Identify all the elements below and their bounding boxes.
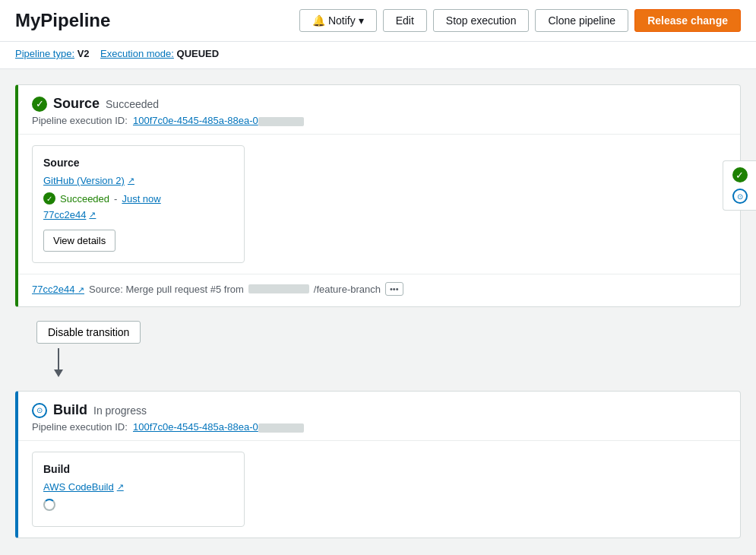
stage-build-name: Build xyxy=(53,402,87,418)
bell-icon: 🔔 xyxy=(312,14,325,27)
action-check-icon: ✓ xyxy=(43,192,55,205)
source-action-status-row: ✓ Succeeded - Just now xyxy=(43,192,233,205)
redacted-build-id xyxy=(258,423,304,433)
stage-source: ✓ Source Succeeded Pipeline execution ID… xyxy=(15,84,741,307)
redacted-id xyxy=(258,117,304,126)
main-content: ✓ Source Succeeded Pipeline execution ID… xyxy=(0,69,756,553)
disable-transition-button[interactable]: Disable transition xyxy=(36,321,141,344)
build-action-status-row xyxy=(43,499,233,511)
sidebar-in-progress-icon: ⊙ xyxy=(732,189,748,204)
action-status-text: Succeeded xyxy=(60,193,109,205)
build-external-icon: ↗ xyxy=(117,482,124,492)
action-time-link[interactable]: Just now xyxy=(122,193,160,205)
chevron-down-icon: ▾ xyxy=(359,14,364,27)
in-progress-icon: ⊙ xyxy=(32,403,47,418)
more-options-badge[interactable]: ••• xyxy=(385,282,403,296)
stage-source-status: Succeeded xyxy=(106,98,159,110)
edit-button[interactable]: Edit xyxy=(383,9,427,32)
header-actions: 🔔 Notify ▾ Edit Stop execution Clone pip… xyxy=(299,9,741,32)
succeeded-icon: ✓ xyxy=(32,97,47,112)
stop-execution-button[interactable]: Stop execution xyxy=(433,9,530,32)
sidebar-status-panel: ✓ ⊙ xyxy=(723,160,756,211)
source-action-title: Source xyxy=(43,157,233,169)
footer-commit-link[interactable]: 77cc2e44 ↗ xyxy=(32,284,84,295)
view-details-button[interactable]: View details xyxy=(43,230,115,252)
stage-build-status: In progress xyxy=(93,404,147,417)
build-provider-link[interactable]: AWS CodeBuild ↗ xyxy=(43,481,233,493)
clone-pipeline-button[interactable]: Clone pipeline xyxy=(535,9,628,32)
stage-build: ⊙ Build In progress Pipeline execution I… xyxy=(15,391,741,538)
notify-button[interactable]: 🔔 Notify ▾ xyxy=(299,9,377,32)
footer-external-icon: ↗ xyxy=(77,285,84,294)
source-action-card: Source GitHub (Version 2) ↗ ✓ Succeeded … xyxy=(32,145,245,263)
header: MyPipeline 🔔 Notify ▾ Edit Stop executio… xyxy=(0,0,756,42)
redacted-username xyxy=(248,284,309,293)
page-title: MyPipeline xyxy=(15,10,290,31)
build-exec-id-link[interactable]: 100f7c0e-4545-485a-88ea-0 xyxy=(133,421,304,433)
build-spinner-icon xyxy=(43,499,55,511)
transition-area: Disable transition xyxy=(15,307,741,379)
stage-source-name: Source xyxy=(53,96,100,112)
stage-source-footer: 77cc2e44 ↗ Source: Merge pull request #5… xyxy=(18,274,740,306)
stage-build-exec-id: Pipeline execution ID: 100f7c0e-4545-485… xyxy=(32,421,726,433)
build-action-title: Build xyxy=(43,463,233,475)
stage-source-header: ✓ Source Succeeded Pipeline execution ID… xyxy=(18,85,740,135)
source-provider-link[interactable]: GitHub (Version 2) ↗ xyxy=(43,175,233,186)
pipeline-type-value: V2 xyxy=(77,48,90,59)
stage-build-header: ⊙ Build In progress Pipeline execution I… xyxy=(18,392,740,441)
execution-mode-value: QUEUED xyxy=(177,48,220,59)
pipeline-meta: Pipeline type: V2 Execution mode: QUEUED xyxy=(0,42,756,69)
release-change-button[interactable]: Release change xyxy=(634,9,741,32)
execution-mode-link[interactable]: Execution mode: xyxy=(100,48,174,59)
build-action-card: Build AWS CodeBuild ↗ xyxy=(32,452,245,527)
commit-hash-link[interactable]: 77cc2e44 xyxy=(43,209,86,220)
commit-link-row: 77cc2e44 ↗ xyxy=(43,209,233,220)
pipeline-type-link[interactable]: Pipeline type: xyxy=(15,48,74,59)
stage-source-exec-id: Pipeline execution ID: 100f7c0e-4545-485… xyxy=(32,115,726,126)
source-exec-id-link[interactable]: 100f7c0e-4545-485a-88ea-0 xyxy=(133,115,304,126)
sidebar-succeeded-icon: ✓ xyxy=(732,167,748,182)
commit-external-icon: ↗ xyxy=(89,210,96,220)
external-link-icon: ↗ xyxy=(128,176,134,186)
